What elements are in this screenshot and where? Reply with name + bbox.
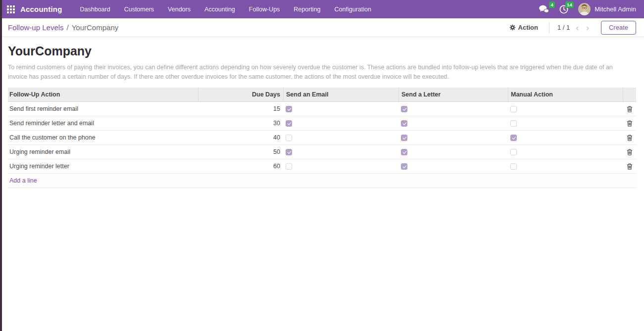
trash-icon[interactable] xyxy=(627,149,633,155)
followup-action-cell[interactable]: Call the customer on the phone xyxy=(8,134,198,141)
followup-level-row: Call the customer on the phone40 xyxy=(8,131,636,145)
due-days-cell[interactable]: 40 xyxy=(198,134,283,141)
manual-action-checkbox[interactable] xyxy=(510,106,517,112)
nav-item-customers[interactable]: Customers xyxy=(118,1,160,18)
pager: 1 / 1 ‹ › xyxy=(557,24,590,31)
send-email-cell xyxy=(283,120,398,127)
create-button[interactable]: Create xyxy=(601,21,636,35)
manual-action-cell xyxy=(508,106,623,112)
action-menu-label: Action xyxy=(518,24,538,31)
divider xyxy=(549,22,549,33)
column-header-send-letter[interactable]: Send a Letter xyxy=(398,88,508,101)
page-description: To remind customers of paying their invo… xyxy=(8,63,628,81)
manual-action-cell xyxy=(508,135,623,141)
send-email-checkbox[interactable] xyxy=(286,106,292,112)
send-letter-checkbox[interactable] xyxy=(401,135,407,141)
table-body: Send first reminder email15Send reminder… xyxy=(8,102,636,174)
send-email-cell xyxy=(283,106,398,112)
due-days-cell[interactable]: 50 xyxy=(198,148,283,155)
nav-item-configuration[interactable]: Configuration xyxy=(329,1,377,18)
app-name[interactable]: Accounting xyxy=(20,5,62,13)
followup-level-row: Urging reminder letter60 xyxy=(8,159,636,174)
delete-cell xyxy=(623,120,636,127)
send-letter-checkbox[interactable] xyxy=(401,149,407,155)
send-email-cell xyxy=(283,163,398,170)
delete-cell xyxy=(623,135,636,141)
followup-action-cell[interactable]: Urging reminder email xyxy=(8,148,198,155)
followup-level-row: Send first reminder email15 xyxy=(8,102,636,116)
send-letter-checkbox[interactable] xyxy=(401,120,407,127)
send-letter-cell xyxy=(398,163,508,170)
send-email-checkbox[interactable] xyxy=(286,163,292,170)
apps-menu-icon[interactable] xyxy=(7,5,15,13)
send-letter-checkbox[interactable] xyxy=(401,163,407,170)
top-navbar: Accounting DashboardCustomersVendorsAcco… xyxy=(0,0,644,18)
add-a-line-link[interactable]: Add a line xyxy=(9,177,37,184)
add-line-row: Add a line xyxy=(8,174,636,188)
manual-action-cell xyxy=(508,163,623,170)
send-email-cell xyxy=(283,149,398,155)
trash-icon[interactable] xyxy=(627,163,633,170)
followup-action-cell[interactable]: Urging reminder letter xyxy=(8,163,198,170)
delete-cell xyxy=(623,163,636,170)
breadcrumb-parent-link[interactable]: Follow-up Levels xyxy=(8,23,64,32)
page-title: YourCompany xyxy=(8,44,636,58)
trash-icon[interactable] xyxy=(627,135,633,141)
manual-action-checkbox[interactable] xyxy=(510,163,517,170)
send-letter-cell xyxy=(398,120,508,127)
send-email-checkbox[interactable] xyxy=(286,120,292,127)
gear-icon xyxy=(509,24,516,31)
manual-action-cell xyxy=(508,120,623,127)
followup-level-row: Send reminder letter and email30 xyxy=(8,116,636,131)
nav-item-accounting[interactable]: Accounting xyxy=(198,1,241,18)
delete-cell xyxy=(623,149,636,155)
column-header-due-days[interactable]: Due Days xyxy=(198,88,283,101)
action-menu-button[interactable]: Action xyxy=(506,22,541,33)
followup-levels-table: Follow-Up Action Due Days Send an Email … xyxy=(8,88,636,188)
pager-previous-button[interactable]: ‹ xyxy=(575,24,580,31)
activities-count-badge: 14 xyxy=(565,1,574,8)
window-edge xyxy=(0,0,2,331)
nav-item-dashboard[interactable]: Dashboard xyxy=(74,1,116,18)
nav-item-follow-ups[interactable]: Follow-Ups xyxy=(243,1,286,18)
column-header-followup-action[interactable]: Follow-Up Action xyxy=(8,88,198,101)
due-days-cell[interactable]: 60 xyxy=(198,163,283,170)
send-letter-cell xyxy=(398,135,508,141)
messages-count-badge: 4 xyxy=(549,1,555,8)
trash-icon[interactable] xyxy=(627,106,633,112)
due-days-cell[interactable]: 15 xyxy=(198,105,283,112)
followup-action-cell[interactable]: Send first reminder email xyxy=(8,105,198,112)
breadcrumb-current: YourCompany xyxy=(72,23,119,32)
column-header-delete xyxy=(623,88,636,101)
nav-item-reporting[interactable]: Reporting xyxy=(288,1,326,18)
manual-action-checkbox[interactable] xyxy=(510,149,517,155)
send-letter-cell xyxy=(398,106,508,112)
nav-item-vendors[interactable]: Vendors xyxy=(162,1,197,18)
column-header-send-email[interactable]: Send an Email xyxy=(283,88,398,101)
user-menu[interactable]: Mitchell Admin xyxy=(578,3,636,15)
control-panel: Follow-up Levels / YourCompany Action 1 … xyxy=(0,18,644,37)
column-header-manual-action[interactable]: Manual Action xyxy=(508,88,623,101)
chat-bubbles-icon xyxy=(539,5,549,13)
due-days-cell[interactable]: 30 xyxy=(198,120,283,127)
user-name: Mitchell Admin xyxy=(594,5,636,13)
trash-icon[interactable] xyxy=(627,120,633,127)
breadcrumb-separator: / xyxy=(67,23,69,32)
send-email-cell xyxy=(283,135,398,141)
messages-button[interactable]: 4 xyxy=(539,5,549,13)
manual-action-checkbox[interactable] xyxy=(510,120,517,127)
breadcrumb: Follow-up Levels / YourCompany xyxy=(8,23,118,32)
table-header-row: Follow-Up Action Due Days Send an Email … xyxy=(8,88,636,102)
send-letter-checkbox[interactable] xyxy=(401,106,407,112)
manual-action-checkbox[interactable] xyxy=(510,135,517,141)
pager-next-button[interactable]: › xyxy=(585,24,590,31)
send-email-checkbox[interactable] xyxy=(286,149,292,155)
send-email-checkbox[interactable] xyxy=(286,135,292,141)
avatar xyxy=(578,3,591,15)
manual-action-cell xyxy=(508,149,623,155)
pager-value: 1 / 1 xyxy=(557,24,570,31)
followup-action-cell[interactable]: Send reminder letter and email xyxy=(8,120,198,127)
activities-button[interactable]: 14 xyxy=(559,5,568,14)
form-sheet: YourCompany To remind customers of payin… xyxy=(0,37,644,188)
delete-cell xyxy=(623,106,636,112)
